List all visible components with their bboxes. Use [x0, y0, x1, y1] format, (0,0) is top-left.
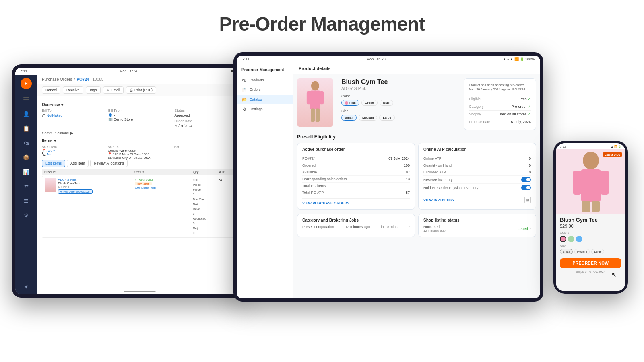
tags-button[interactable]: Tags [86, 86, 101, 94]
products-icon[interactable]: 🛍 [22, 138, 31, 147]
excluded-atp-val: 0 [529, 170, 531, 174]
phone-screen: 7:12 ▲ 📶🔋 Latest Drop Blush Gym Tee [556, 143, 625, 291]
phone-size-small[interactable]: Small [560, 249, 573, 254]
receive-button[interactable]: Receive [63, 86, 83, 94]
phone-size-label: Size [560, 244, 621, 248]
po-ref-row: PO#724 07 July, 2024 [302, 155, 410, 162]
po-toolbar: Cancel Receive Tags ✉ Email 🖨 Print (PDF… [37, 84, 242, 96]
shop-vendor: NotNaked [423, 225, 446, 229]
nav-settings[interactable]: ⚙ Settings [237, 104, 293, 114]
atp-card-title: Online ATP calculation [423, 147, 531, 152]
eligible-row: Eligible Yes ✓ [469, 95, 531, 103]
presell-computation-label: Presell computation [302, 225, 334, 229]
items-row-header: Product Status Qty ATP [42, 169, 237, 175]
view-inventory-link[interactable]: VIEW INVENTORY [423, 198, 455, 202]
qty-on-hand-row: Quantity on Hand 0 [423, 162, 531, 169]
category-grid: Category and Brokering Jobs Presell comp… [297, 214, 536, 237]
product-info-section: Blush Gym Tee AD-07-S-Pink Color Pink Gr… [341, 78, 460, 130]
complete-item-link[interactable]: Complete Item [135, 186, 156, 189]
ship-from-col: Ship From 📍 Add + 📞 Add + [42, 145, 105, 160]
orders-icon[interactable]: 📋 [22, 124, 31, 133]
preorder-now-button[interactable]: PREORDER NOW [560, 258, 621, 268]
phone-size-medium[interactable]: Medium [574, 249, 590, 254]
add-ship-from-2[interactable]: 📞 Add + [42, 152, 105, 156]
add-item-button[interactable]: Add Item [67, 160, 89, 167]
po-id: 10085 [93, 77, 104, 82]
po-number: PO724 [76, 77, 89, 82]
tablet-left-bottom-bar [37, 289, 242, 294]
tablet-right-screen: 7:11 Mon Jan 20 ▲▲▲ 📶 🔋 100% Preorder Ma… [237, 56, 540, 298]
sun-icon[interactable]: ☀ [22, 282, 31, 291]
product-details-header: Product details [293, 63, 540, 74]
items-header: Items ▾ [42, 138, 237, 143]
overview-grid: Bill To 🏷 NotNaked Bill From 👤 - 🏢 Demo … [42, 109, 237, 128]
list-icon[interactable]: ☰ [22, 196, 31, 205]
svg-rect-4 [311, 108, 315, 122]
nav-catalog[interactable]: 📂 Catalog [237, 95, 293, 104]
svg-rect-2 [307, 91, 311, 104]
online-atp-row: Online ATP 0 [423, 155, 531, 162]
reserve-toggle[interactable] [521, 177, 531, 182]
add-ship-from[interactable]: 📍 Add + [42, 149, 105, 152]
nav-products[interactable]: 🛍 Products [237, 75, 293, 85]
phone-color-pink[interactable] [560, 236, 566, 242]
ordered-row: Ordered 100 [302, 162, 410, 169]
color-chip-blue[interactable]: Blue [380, 100, 393, 106]
edit-items-button[interactable]: Edit Items [42, 160, 65, 167]
available-val: 87 [406, 170, 410, 174]
eligible-check-icon: ✓ [528, 97, 531, 101]
phone-time: 7:12 [560, 145, 566, 148]
svg-rect-12 [592, 201, 600, 212]
menu-icon[interactable] [22, 95, 31, 104]
transfer-icon[interactable]: ⇄ [22, 182, 31, 191]
size-chip-small[interactable]: Small [341, 115, 357, 121]
presell-title: Presell Eligibility [297, 134, 536, 140]
total-po-atp-val: 87 [406, 191, 410, 195]
size-chip-large[interactable]: Large [379, 115, 394, 121]
preorder-sidebar: Preorder Management 🛍 Products 📋 Orders … [237, 63, 293, 298]
bill-to-val: NotNaked [47, 113, 63, 117]
item-image [45, 178, 56, 192]
product-image-section [297, 78, 337, 130]
print-button[interactable]: 🖨 Print (PDF) [126, 86, 156, 94]
item-product: AD07-S-Pink Blush Gym Tee S / Pink Arriv… [45, 178, 133, 195]
settings-nav-icon: ⚙ [242, 106, 247, 112]
hold-toggle[interactable] [521, 185, 531, 190]
shop-arrow-icon: › [530, 227, 531, 231]
email-button[interactable]: ✉ Email [103, 86, 124, 94]
phone-color-blue[interactable] [576, 236, 582, 242]
cancel-button[interactable]: Cancel [42, 86, 60, 94]
svg-rect-9 [573, 171, 582, 195]
user-icon[interactable]: 👤 [22, 109, 31, 118]
review-allocations-button[interactable]: Review Allocations [90, 160, 128, 167]
color-chip-green[interactable]: Green [361, 100, 378, 106]
inventory-icon[interactable]: 📦 [22, 153, 31, 162]
tablet-right-date: Mon Jan 20 [367, 57, 386, 61]
purchase-orders-link[interactable]: Purchase Orders [42, 77, 72, 82]
brokering-card: Category and Brokering Jobs Presell comp… [297, 214, 415, 237]
phone-color-green[interactable] [568, 236, 574, 242]
reports-icon[interactable]: 📊 [22, 167, 31, 176]
total-po-items-row: Total PO items 1 [302, 182, 410, 189]
breadcrumb: Purchase Orders / PO724 [42, 77, 89, 82]
qty-val: 100 Piece [193, 178, 217, 187]
order-date-val: 20/01/2024 [174, 124, 192, 128]
view-purchase-orders-link[interactable]: VIEW PURCHASE ORDERS [302, 201, 349, 205]
svg-rect-1 [310, 90, 320, 109]
phone-signal: ▲ 📶🔋 [611, 145, 621, 148]
color-chip-pink[interactable]: Pink [341, 100, 359, 106]
size-chip-medium[interactable]: Medium [359, 115, 377, 121]
po-card-title: Active purchase order [302, 147, 410, 152]
col-status: Status [134, 170, 192, 174]
atp-card-footer: VIEW INVENTORY ⊞ [423, 194, 531, 203]
svg-rect-8 [581, 169, 601, 202]
svg-rect-5 [316, 108, 320, 122]
catalog-nav-icon: 📂 [242, 97, 247, 102]
products-nav-icon: 🛍 [242, 77, 247, 83]
settings2-icon[interactable]: ⚙ [22, 211, 31, 220]
presell-computation-row: Presell computation 12 minutes ago in 10… [302, 225, 410, 229]
po-card-footer: VIEW PURCHASE ORDERS [302, 198, 410, 205]
nav-orders[interactable]: 📋 Orders [237, 85, 293, 95]
overview-header: Overview ▾ [42, 103, 237, 107]
phone-size-large[interactable]: Large [591, 249, 604, 254]
